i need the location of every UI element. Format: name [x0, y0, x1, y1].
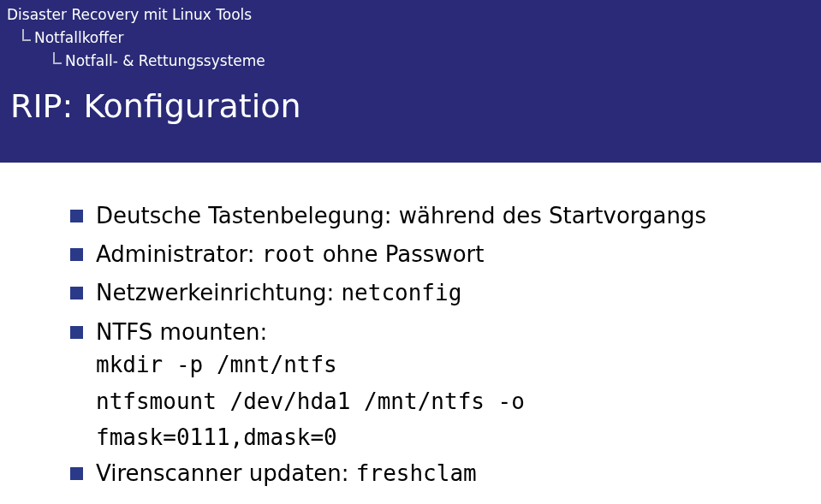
- breadcrumb-text-0: Disaster Recovery mit Linux Tools: [7, 3, 252, 27]
- bullet-code: root: [262, 241, 316, 267]
- code-line: fmask=0111,dmask=0: [96, 422, 770, 453]
- list-item: Virenscanner updaten: freshclam: [70, 458, 770, 489]
- bullet-code: freshclam: [356, 460, 477, 486]
- code-line: ntfsmount /dev/hda1 /mnt/ntfs -o: [96, 386, 770, 417]
- bullet-prefix: Administrator:: [96, 241, 262, 267]
- list-item: NTFS mounten:: [70, 317, 770, 347]
- bullet-icon: [70, 248, 83, 261]
- corner-icon: [22, 29, 31, 41]
- breadcrumb-level-0: Disaster Recovery mit Linux Tools: [0, 0, 821, 27]
- bullet-text: Administrator: root ohne Passwort: [96, 239, 770, 270]
- bullet-text: Deutsche Tastenbelegung: während des Sta…: [96, 200, 770, 231]
- breadcrumb-text-1: Notfallkoffer: [34, 27, 123, 50]
- corner-icon: [53, 52, 62, 64]
- bullet-text: NTFS mounten:: [96, 317, 770, 347]
- breadcrumb-level-2: Notfall- & Rettungssysteme: [0, 50, 821, 78]
- bullet-suffix: ohne Passwort: [315, 241, 484, 267]
- bullet-icon: [70, 287, 83, 299]
- bullet-icon: [70, 210, 83, 222]
- slide-content: Deutsche Tastenbelegung: während des Sta…: [0, 163, 821, 504]
- bullet-code: netconfig: [341, 280, 461, 305]
- bullet-prefix: Virenscanner updaten:: [96, 460, 356, 486]
- breadcrumb-text-2: Notfall- & Rettungssysteme: [65, 50, 265, 73]
- bullet-prefix: Netzwerkeinrichtung:: [96, 280, 341, 305]
- title-block: RIP: Konfiguration: [0, 79, 821, 163]
- list-item: Administrator: root ohne Passwort: [70, 239, 770, 270]
- page-title: RIP: Konfiguration: [10, 87, 811, 125]
- list-item: Netzwerkeinrichtung: netconfig: [70, 277, 770, 308]
- bullet-icon: [70, 326, 83, 339]
- bullet-text: Virenscanner updaten: freshclam: [96, 458, 770, 489]
- code-line: mkdir -p /mnt/ntfs: [96, 349, 770, 380]
- list-item: Deutsche Tastenbelegung: während des Sta…: [70, 200, 770, 231]
- bullet-text: Netzwerkeinrichtung: netconfig: [96, 277, 770, 308]
- breadcrumb: Disaster Recovery mit Linux Tools Notfal…: [0, 0, 821, 79]
- bullet-icon: [70, 467, 83, 480]
- breadcrumb-level-1: Notfallkoffer: [0, 27, 821, 50]
